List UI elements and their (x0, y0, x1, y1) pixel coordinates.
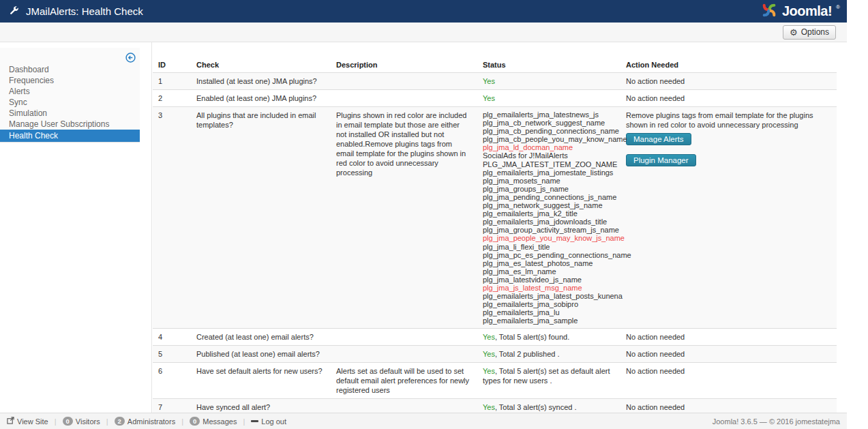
table-row: 1 Installed (at least one) JMA plugins? … (153, 73, 837, 90)
footer-separator: | (106, 417, 108, 426)
cell-status: Yes, Total 3 alert(s) synced . (477, 399, 620, 413)
wrench-icon (8, 5, 20, 18)
status-detail: , Total 2 published . (495, 350, 560, 358)
collapse-arrow-icon[interactable] (125, 53, 136, 63)
column-header-status: Status (477, 57, 620, 73)
column-header-description: Description (331, 57, 477, 73)
health-check-table: ID Check Description Status Action Neede… (153, 57, 837, 413)
page-title-text: JMailAlerts: Health Check (26, 5, 143, 17)
cell-id: 6 (153, 363, 191, 399)
plugin-name: plg_emailalerts_jma_jomestate_listings (483, 168, 615, 177)
cell-action: Remove plugins tags from email template … (620, 107, 837, 329)
cell-check: Have set default alerts for new users? (191, 363, 331, 399)
plugin-name: plg_jma_group_activity_stream_js_name (483, 226, 615, 234)
cell-description (331, 73, 477, 90)
administrators-link[interactable]: 2 Administrators (115, 417, 176, 426)
logout-dash-icon (251, 420, 258, 422)
messages-link[interactable]: 0 Messages (190, 417, 237, 426)
plugin-name: plg_jma_latestvideo_js_name (483, 276, 615, 284)
status-detail: , Total 5 alert(s) found. (495, 333, 569, 341)
cell-check: Published (at least one) email alerts? (191, 346, 331, 363)
administrators-label: Administrators (128, 417, 175, 426)
plugin-name: plg_jma_people_you_may_know_js_name (483, 234, 615, 242)
plugin-name: plg_emailalerts_jma_lu (483, 308, 615, 316)
cell-id: 2 (153, 90, 191, 107)
sidebar-item-simulation[interactable]: Simulation (0, 108, 140, 119)
plugin-name: plg_jma_ld_docman_name (483, 143, 615, 151)
footer-separator: | (243, 417, 245, 426)
plugin-name: plg_jma_cb_people_you_may_know_name (483, 135, 615, 143)
cell-id: 7 (153, 399, 191, 413)
cell-action: No action needed (620, 363, 837, 399)
messages-count-badge: 0 (190, 417, 200, 426)
plugin-list: plg_emailalerts_jma_latestnews_jsplg_jma… (483, 110, 615, 325)
plugin-name: plg_jma_network_suggest_js_name (483, 201, 615, 209)
plugin-name: plg_jma_pending_connections_js_name (483, 193, 615, 201)
logout-link[interactable]: Log out (251, 417, 286, 426)
table-row: 2 Enabled (at least one) JMA plugins? Ye… (153, 90, 837, 107)
footer-separator: | (181, 417, 183, 426)
status-detail: , Total 5 alert(s) set as default alert … (483, 367, 610, 385)
plugin-name: plg_jma_cb_pending_connections_name (483, 127, 615, 135)
plugin-manager-button[interactable]: Plugin Manager (626, 154, 696, 166)
cell-status: plg_emailalerts_jma_latestnews_jsplg_jma… (477, 107, 620, 329)
plugin-name: plg_emailalerts_jma_jdownloads_title (483, 218, 615, 226)
table-row: 6 Have set default alerts for new users?… (153, 363, 837, 399)
sidebar-item-frequencies[interactable]: Frequencies (0, 75, 140, 86)
plugin-name: plg_emailalerts_jma_latest_posts_kunena (483, 292, 615, 300)
cell-action: No action needed (620, 399, 837, 413)
footer-separator: | (55, 417, 57, 426)
cell-action: No action needed (620, 73, 837, 90)
plugin-name: plg_emailalerts_jma_sample (483, 316, 615, 325)
table-row: 7 Have synced all alert? Yes, Total 3 al… (153, 399, 837, 413)
cell-status: Yes (477, 90, 620, 107)
cell-check: Enabled (at least one) JMA plugins? (191, 90, 331, 107)
logout-label: Log out (261, 417, 286, 426)
plugin-name: plg_jma_pc_es_pending_connections_name (483, 251, 615, 259)
cell-status: Yes, Total 5 alert(s) set as default ale… (477, 363, 620, 399)
manage-alerts-button[interactable]: Manage Alerts (626, 133, 691, 145)
sidebar-item-health-check[interactable]: Health Check (0, 130, 140, 142)
cell-id: 3 (153, 107, 191, 329)
plugin-name: plg_emailalerts_jma_latestnews_js (483, 110, 615, 119)
cell-action: No action needed (620, 346, 837, 363)
table-row: 4 Created (at least one) email alerts? Y… (153, 329, 837, 346)
table-row: 5 Published (at least one) email alerts?… (153, 346, 837, 363)
sidebar-menu-box: Dashboard Frequencies Alerts Sync Simula… (0, 48, 140, 143)
cell-action: No action needed (620, 90, 837, 107)
cell-description (331, 90, 477, 107)
options-button[interactable]: ⚙ Options (783, 25, 836, 40)
cell-action: No action needed (620, 329, 837, 346)
status-bar: View Site | 0 Visitors | 2 Administrator… (0, 413, 847, 429)
cell-description: Alerts set as default will be used to se… (331, 363, 477, 399)
joomla-logo-icon (760, 1, 778, 22)
sidebar-item-dashboard[interactable]: Dashboard (0, 64, 140, 75)
column-header-id: ID (153, 57, 191, 73)
page-title: JMailAlerts: Health Check (8, 5, 143, 18)
plugin-name: plg_jma_li_flexi_title (483, 243, 615, 251)
status-yes: Yes (483, 94, 495, 102)
cell-id: 5 (153, 346, 191, 363)
view-site-link[interactable]: View Site (7, 417, 48, 426)
action-text: Remove plugins tags from email template … (626, 110, 831, 130)
sidebar-menu: Dashboard Frequencies Alerts Sync Simula… (0, 64, 140, 142)
table-row: 3 All plugins that are included in email… (153, 107, 837, 329)
plugin-name: PLG_JMA_LATEST_ITEM_ZOO_NAME (483, 160, 615, 168)
version-copyright: Joomla! 3.6.5 — © 2016 jomestatejma (713, 417, 840, 426)
cell-description (331, 346, 477, 363)
status-yes: Yes (483, 403, 495, 411)
content-area: Dashboard Frequencies Alerts Sync Simula… (0, 42, 847, 413)
column-header-check: Check (191, 57, 331, 73)
joomla-logo-text: Joomla! (782, 3, 832, 19)
visitors-link[interactable]: 0 Visitors (63, 417, 100, 426)
sidebar-item-sync[interactable]: Sync (0, 97, 140, 108)
sidebar-item-alerts[interactable]: Alerts (0, 86, 140, 97)
admin-page: JMailAlerts: Health Check Joomla!® ⚙ Opt… (0, 0, 847, 429)
status-yes: Yes (483, 333, 495, 341)
plugin-name: plg_jma_groups_js_name (483, 185, 615, 193)
cell-description: Plugins shown in red color are included … (331, 107, 477, 329)
sidebar: Dashboard Frequencies Alerts Sync Simula… (0, 42, 152, 413)
sidebar-item-manage-user-subscriptions[interactable]: Manage User Subscriptions (0, 119, 140, 130)
options-button-label: Options (801, 27, 829, 37)
main-panel: ID Check Description Status Action Neede… (152, 42, 847, 413)
